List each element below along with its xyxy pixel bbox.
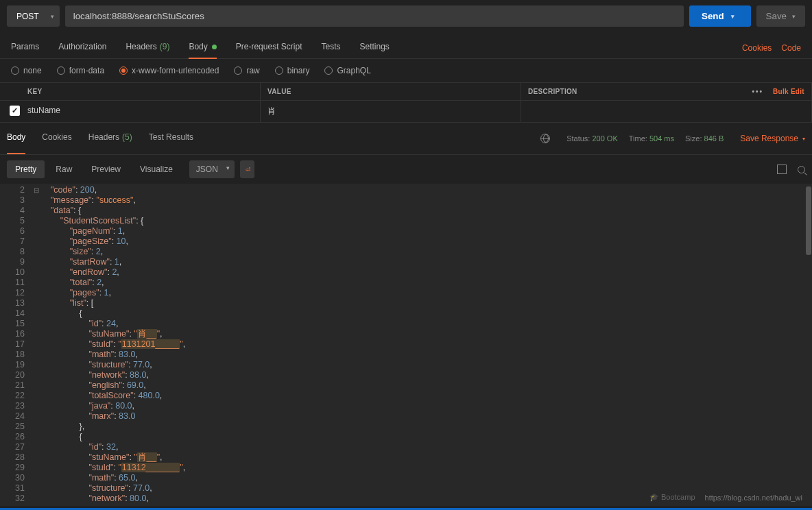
headers-count: (9) bbox=[160, 42, 170, 51]
subtab-raw[interactable]: Raw bbox=[47, 160, 80, 178]
radio-none-label: none bbox=[23, 66, 42, 75]
time-val: 504 ms bbox=[649, 134, 674, 143]
res-headers-count: (5) bbox=[122, 132, 132, 142]
tab-headers-label: Headers bbox=[126, 42, 156, 51]
col-desc-label: DESCRIPTION bbox=[528, 88, 577, 95]
code-link[interactable]: Code bbox=[781, 43, 801, 53]
radio-graphql[interactable]: GraphQL bbox=[324, 66, 370, 75]
tab-body-label: Body bbox=[189, 42, 207, 51]
send-button[interactable]: Send bbox=[689, 5, 751, 27]
res-tab-tests[interactable]: Test Results bbox=[149, 130, 193, 147]
send-label: Send bbox=[702, 11, 724, 21]
save-label: Save bbox=[766, 11, 787, 21]
radio-icon bbox=[119, 66, 128, 75]
save-response-button[interactable]: Save Response bbox=[740, 134, 805, 143]
res-tab-cookies[interactable]: Cookies bbox=[42, 130, 71, 147]
bulk-edit-link[interactable]: Bulk Edit bbox=[773, 88, 804, 95]
tab-tests[interactable]: Tests bbox=[321, 38, 340, 58]
res-tab-headers[interactable]: Headers(5) bbox=[88, 130, 132, 147]
radio-icon bbox=[11, 66, 19, 75]
http-method-select[interactable]: POST bbox=[7, 5, 60, 27]
radio-xwww[interactable]: x-www-form-urlencoded bbox=[119, 66, 219, 75]
col-key-header: KEY bbox=[0, 83, 261, 100]
fold-gutter: ⊟ bbox=[32, 184, 41, 506]
radio-icon bbox=[234, 66, 242, 75]
http-method-label: POST bbox=[16, 12, 39, 21]
search-icon[interactable] bbox=[798, 166, 805, 173]
table-row[interactable]: ✓stuName 肖 bbox=[0, 101, 812, 122]
globe-icon[interactable] bbox=[540, 134, 550, 143]
save-response-label: Save Response bbox=[740, 134, 798, 143]
response-body-viewer: 2345678910111213141516171819202122232425… bbox=[0, 184, 812, 506]
status-val: 200 OK bbox=[592, 134, 617, 143]
time-lbl: Time: bbox=[629, 134, 647, 143]
subtab-visualize[interactable]: Visualize bbox=[132, 160, 181, 178]
row-checkbox[interactable]: ✓ bbox=[10, 106, 20, 116]
more-options-icon[interactable]: ••• bbox=[752, 88, 763, 95]
param-value[interactable]: 肖 bbox=[261, 101, 521, 122]
bootcamp-label: Bootcamp bbox=[661, 493, 695, 501]
line-gutter: 2345678910111213141516171819202122232425… bbox=[0, 184, 32, 506]
status-lbl: Status: bbox=[566, 134, 590, 143]
param-desc[interactable] bbox=[521, 101, 812, 122]
tab-headers[interactable]: Headers(9) bbox=[126, 38, 169, 58]
cookies-link[interactable]: Cookies bbox=[742, 43, 772, 53]
radio-graphql-label: GraphQL bbox=[337, 66, 370, 75]
size-val: 846 B bbox=[704, 134, 724, 143]
radio-icon bbox=[57, 66, 65, 75]
scrollbar-vertical[interactable] bbox=[805, 184, 812, 506]
format-select[interactable]: JSON bbox=[189, 160, 235, 178]
url-input[interactable] bbox=[65, 5, 684, 27]
col-desc-header: DESCRIPTION•••Bulk Edit bbox=[521, 83, 812, 100]
radio-raw[interactable]: raw bbox=[234, 66, 259, 75]
save-button[interactable]: Save bbox=[756, 5, 805, 27]
col-value-header: VALUE bbox=[261, 83, 521, 100]
format-label: JSON bbox=[196, 165, 218, 174]
res-tab-body[interactable]: Body bbox=[7, 130, 25, 147]
response-code[interactable]: "code": 200, "message": "success", "data… bbox=[41, 184, 805, 506]
radio-binary[interactable]: binary bbox=[275, 66, 310, 75]
size-lbl: Size: bbox=[685, 134, 702, 143]
modified-dot-icon bbox=[212, 45, 217, 49]
res-headers-label: Headers bbox=[88, 132, 119, 142]
radio-raw-label: raw bbox=[246, 66, 259, 75]
radio-icon bbox=[324, 66, 333, 75]
tab-prerequest[interactable]: Pre-request Script bbox=[236, 38, 302, 58]
radio-none[interactable]: none bbox=[11, 66, 42, 75]
tab-body[interactable]: Body bbox=[189, 38, 216, 58]
tab-params[interactable]: Params bbox=[11, 38, 39, 58]
form-params-table: KEY VALUE DESCRIPTION•••Bulk Edit ✓stuNa… bbox=[0, 82, 812, 123]
status-line: Status: 200 OK Time: 504 ms Size: 846 B bbox=[566, 134, 724, 143]
radio-binary-label: binary bbox=[287, 66, 310, 75]
radio-icon bbox=[275, 66, 283, 75]
radio-formdata-label: form-data bbox=[69, 66, 104, 75]
bootcamp-link[interactable]: 🎓 Bootcamp bbox=[649, 493, 695, 502]
subtab-preview[interactable]: Preview bbox=[83, 160, 129, 178]
radio-formdata[interactable]: form-data bbox=[57, 66, 104, 75]
subtab-pretty[interactable]: Pretty bbox=[7, 160, 45, 178]
radio-xwww-label: x-www-form-urlencoded bbox=[132, 66, 219, 75]
param-key[interactable]: stuName bbox=[27, 106, 60, 115]
tab-authorization[interactable]: Authorization bbox=[58, 38, 106, 58]
copy-icon[interactable] bbox=[777, 165, 787, 174]
tab-settings[interactable]: Settings bbox=[360, 38, 390, 58]
watermark: https://blog.csdn.net/hadu_wi bbox=[705, 494, 802, 502]
word-wrap-button[interactable]: ⏎ bbox=[240, 160, 254, 178]
